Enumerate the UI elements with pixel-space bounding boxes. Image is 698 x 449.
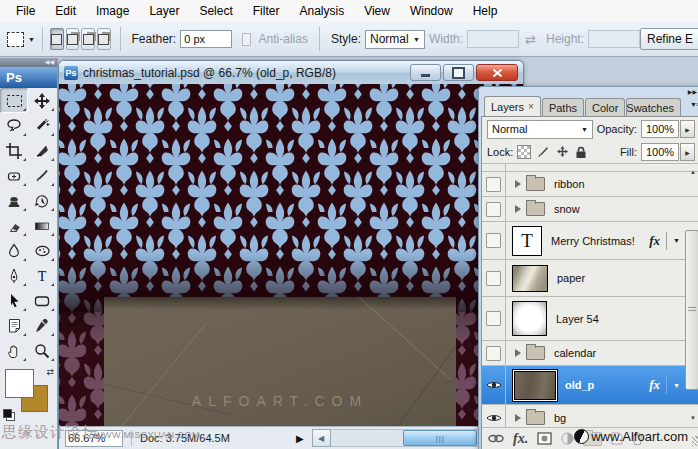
layer-style-icon[interactable]: fx. (513, 431, 528, 447)
anti-alias-checkbox[interactable] (242, 33, 250, 46)
healing-brush-tool[interactable] (0, 163, 28, 188)
layer-row-bg[interactable]: bg (482, 405, 698, 427)
swap-dimensions-icon[interactable]: ⇄ (525, 32, 536, 47)
scroll-down-icon[interactable]: ▼ (686, 412, 698, 425)
layer-row-layer54[interactable]: Layer 54 (482, 297, 698, 341)
eyedropper-tool[interactable] (28, 313, 56, 338)
layer-thumbnail[interactable] (512, 301, 547, 336)
expand-triangle-icon[interactable] (515, 180, 521, 188)
opacity-value[interactable]: 100% (641, 120, 679, 138)
fx-collapse-icon[interactable]: ▼ (673, 382, 680, 389)
layer-mask-icon[interactable] (537, 432, 552, 445)
sponge-tool[interactable] (28, 238, 56, 263)
fill-value[interactable]: 100% (641, 143, 679, 161)
opacity-slider-icon[interactable]: ▶ (680, 120, 695, 138)
menu-window[interactable]: Window (400, 2, 463, 20)
eraser-tool[interactable] (0, 213, 28, 238)
expand-triangle-icon[interactable] (515, 205, 521, 213)
fx-badge[interactable]: fx (649, 233, 660, 249)
foreground-color-swatch[interactable] (5, 369, 34, 398)
menu-analysis[interactable]: Analysis (289, 2, 354, 20)
text-layer-thumbnail[interactable]: T (512, 226, 542, 256)
scrollbar-thumb[interactable] (685, 230, 698, 390)
visibility-toggle[interactable] (482, 366, 506, 404)
menu-help[interactable]: Help (463, 2, 508, 20)
layer-row-merry-christmas[interactable]: T Merry Christmas! fx▼ (482, 222, 698, 260)
tab-paths[interactable]: Paths (542, 98, 584, 116)
tab-layers[interactable]: Layers × (484, 96, 541, 116)
layer-thumbnail[interactable] (514, 371, 556, 400)
menu-view[interactable]: View (354, 2, 400, 20)
adjustment-layer-icon[interactable] (561, 432, 574, 445)
notes-tool[interactable] (0, 313, 28, 338)
type-tool[interactable]: T (28, 263, 56, 288)
shape-tool[interactable] (28, 288, 56, 313)
menu-layer[interactable]: Layer (139, 2, 189, 20)
status-flyout-icon[interactable]: ▶ (296, 433, 304, 444)
visibility-toggle[interactable] (482, 260, 506, 296)
gradient-tool[interactable] (28, 213, 56, 238)
zoom-tool[interactable] (28, 338, 56, 363)
visibility-toggle[interactable] (482, 341, 506, 365)
lock-position-icon[interactable] (556, 146, 569, 159)
slice-tool[interactable] (28, 138, 56, 163)
selection-mode-add-button[interactable] (66, 28, 80, 50)
scrollbar-thumb[interactable]: ||| (403, 430, 477, 446)
restore-button[interactable] (443, 64, 474, 81)
visibility-toggle[interactable] (482, 405, 506, 427)
menu-image[interactable]: Image (86, 2, 139, 20)
tab-swatches[interactable]: Swatches (626, 98, 681, 116)
selection-mode-new-button[interactable] (50, 28, 64, 50)
lock-all-icon[interactable] (575, 146, 587, 159)
layers-scrollbar[interactable]: ▲ ▼ (686, 164, 698, 427)
menu-select[interactable]: Select (189, 2, 242, 20)
lock-pixels-icon[interactable] (537, 146, 550, 159)
toolbox-collapse-bar[interactable]: ◀◀ (0, 58, 57, 67)
tab-color[interactable]: Color (585, 98, 625, 116)
link-layers-icon[interactable] (488, 434, 504, 443)
tool-preset-picker[interactable]: ▼ (7, 32, 35, 47)
document-title-bar[interactable]: Ps christmas_tutorial.psd @ 66.7% (old_p… (59, 61, 523, 85)
layer-row-old-p[interactable]: old_p fx▼ (482, 366, 698, 405)
crop-tool[interactable] (0, 138, 28, 163)
selection-mode-subtract-button[interactable] (81, 28, 95, 50)
expand-triangle-icon[interactable] (515, 349, 521, 357)
scroll-up-icon[interactable]: ▲ (686, 166, 698, 179)
lock-transparency-icon[interactable] (517, 145, 531, 159)
visibility-toggle[interactable] (482, 297, 506, 340)
style-dropdown[interactable]: Normal ▼ (365, 30, 425, 49)
tab-close-icon[interactable]: × (528, 101, 534, 112)
visibility-toggle[interactable] (482, 172, 506, 196)
rectangular-marquee-tool[interactable] (0, 88, 28, 113)
magic-wand-tool[interactable] (28, 113, 56, 138)
history-brush-tool[interactable] (28, 188, 56, 213)
menu-edit[interactable]: Edit (45, 2, 86, 20)
menu-file[interactable]: File (6, 2, 45, 20)
scroll-left-icon[interactable]: ◀ (312, 429, 331, 447)
width-input[interactable] (467, 30, 519, 48)
path-selection-tool[interactable] (0, 288, 28, 313)
lasso-tool[interactable] (0, 113, 28, 138)
fx-badge[interactable]: fx (649, 377, 660, 393)
default-colors-icon[interactable] (3, 409, 15, 421)
swap-colors-icon[interactable]: ⇄ (46, 367, 54, 377)
hand-tool[interactable] (0, 338, 28, 363)
selection-mode-intersect-button[interactable] (97, 28, 111, 50)
brush-tool[interactable] (28, 163, 56, 188)
layer-row-ribbon[interactable]: ribbon (482, 172, 698, 197)
layer-row-paper[interactable]: paper (482, 260, 698, 297)
close-button[interactable] (476, 64, 518, 81)
expand-triangle-icon[interactable] (515, 414, 521, 422)
move-tool[interactable] (28, 88, 56, 113)
refine-edge-button[interactable]: Refine E (640, 28, 698, 50)
fill-slider-icon[interactable]: ▶ (680, 143, 695, 161)
menu-filter[interactable]: Filter (243, 2, 290, 20)
canvas[interactable]: ALFOART.COM (59, 84, 523, 427)
layer-row-calendar[interactable]: calendar (482, 341, 698, 366)
visibility-toggle[interactable] (482, 197, 506, 221)
height-input[interactable] (588, 30, 640, 48)
layer-row-snow[interactable]: snow (482, 197, 698, 222)
fx-collapse-icon[interactable]: ▼ (673, 237, 680, 244)
pen-tool[interactable] (0, 263, 28, 288)
blur-tool[interactable] (0, 238, 28, 263)
